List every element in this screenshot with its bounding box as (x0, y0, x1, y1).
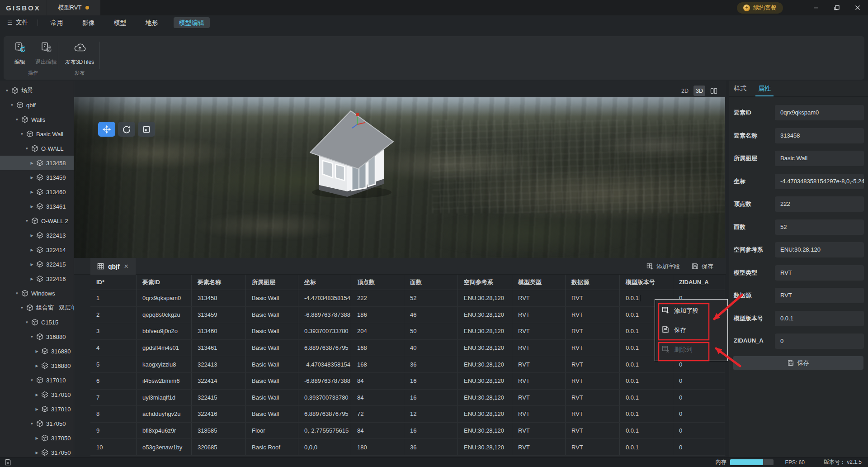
table-cell[interactable]: 8 (90, 406, 137, 422)
table-cell[interactable]: Basic Wall (246, 323, 298, 339)
table-cell[interactable]: Basic Wall (246, 290, 298, 306)
table-cell[interactable]: RVT (566, 390, 620, 406)
table-cell[interactable]: 0.393700733780 (298, 323, 351, 339)
tree-item-O-WALL 2[interactable]: ▼O-WALL 2 (0, 214, 74, 228)
tree-item-322415[interactable]: ▶322415 (0, 257, 74, 272)
table-cell[interactable]: Floor (246, 423, 298, 439)
close-button[interactable] (847, 0, 868, 15)
table-cell[interactable]: 84 (351, 390, 404, 406)
table-cell[interactable]: RVT (566, 423, 620, 439)
field-input-数据源[interactable]: RVT (775, 288, 864, 303)
log-panel-icon[interactable] (5, 459, 11, 466)
table-cell[interactable]: -6.889763787388 (298, 373, 351, 389)
add-field-button[interactable]: 添加字段 (646, 262, 680, 271)
column-header-模型类型[interactable]: 模型类型 (512, 275, 566, 290)
table-cell[interactable]: 36 (404, 439, 458, 455)
document-tab[interactable]: 模型RVT (47, 0, 100, 15)
table-cell[interactable]: bfi8xp4u6z9r (137, 423, 192, 439)
split-view-button[interactable] (708, 86, 720, 96)
table-cell[interactable]: Basic Wall (246, 356, 298, 372)
minimize-button[interactable] (806, 0, 826, 15)
chevron-down-icon[interactable]: ▼ (19, 132, 24, 136)
chevron-down-icon[interactable]: ▼ (9, 103, 14, 107)
save-properties-button[interactable]: 保存 (733, 356, 863, 370)
field-input-空间参考系[interactable]: ENU:30.28,120 (775, 242, 864, 257)
tree-item-317050[interactable]: ▶317050 (0, 445, 74, 457)
column-header-顶点数[interactable]: 顶点数 (351, 275, 404, 290)
table-cell[interactable]: qepq8s0ckgzu (137, 307, 192, 323)
column-header-要素名称[interactable]: 要素名称 (192, 275, 246, 290)
context-menu-item-保存[interactable]: 保存 (655, 320, 727, 340)
menu-item-4[interactable]: 地形 (142, 18, 162, 28)
table-cell[interactable]: 16 (404, 423, 458, 439)
field-input-要素名称[interactable]: 313458 (775, 128, 864, 143)
column-header-面数[interactable]: 面数 (404, 275, 458, 290)
table-cell[interactable]: 6.889763876795 (298, 340, 351, 356)
table-cell[interactable]: 4 (90, 340, 137, 356)
edit-button[interactable]: 编辑 (8, 42, 32, 66)
table-cell[interactable]: RVT (566, 323, 620, 339)
table-cell[interactable]: RVT (512, 340, 566, 356)
table-cell[interactable]: gpdslf4m4s01 (137, 340, 192, 356)
table-cell[interactable]: 322415 (192, 390, 246, 406)
refresh-view-button[interactable] (118, 122, 135, 137)
tree-item-C1515[interactable]: ▼C1515 (0, 315, 74, 329)
table-cell[interactable]: -6.889763787388 (298, 307, 351, 323)
view-2d-button[interactable]: 2D (679, 86, 691, 96)
table-cell[interactable]: ENU:30.28,120 (458, 390, 512, 406)
table-cell[interactable]: -4.470348358154 (298, 356, 351, 372)
table-cell[interactable]: bbfveu9j0n2o (137, 323, 192, 339)
fit-view-button[interactable] (138, 122, 155, 137)
table-cell[interactable]: ENU:30.28,120 (458, 373, 512, 389)
table-cell[interactable]: 0qrx9qkspam0 (137, 290, 192, 306)
table-cell[interactable]: RVT (512, 307, 566, 323)
table-cell[interactable]: 40 (404, 340, 458, 356)
field-input-坐标[interactable]: -4.470348358154297e-8,0,-5.249 (775, 174, 864, 189)
table-cell[interactable]: 168 (351, 356, 404, 372)
chevron-right-icon[interactable]: ▶ (29, 248, 34, 252)
column-header-所属图层[interactable]: 所属图层 (246, 275, 298, 290)
tree-item-317010[interactable]: ▶317010 (0, 387, 74, 402)
chevron-right-icon[interactable]: ▶ (29, 176, 34, 180)
menu-item-file[interactable]: ☰ 文件 (7, 19, 28, 27)
table-cell[interactable]: 320685 (192, 439, 246, 455)
table-cell[interactable]: RVT (512, 373, 566, 389)
column-header-坐标[interactable]: 坐标 (298, 275, 351, 290)
tree-item-316880[interactable]: ▼316880 (0, 329, 74, 344)
table-cell[interactable]: 0 (673, 406, 725, 422)
table-cell[interactable]: RVT (566, 439, 620, 455)
chevron-right-icon[interactable]: ▶ (34, 393, 39, 397)
field-input-模型版本号[interactable]: 0.0.1 (775, 311, 864, 326)
column-header-模型版本号[interactable]: 模型版本号 (620, 275, 673, 290)
chevron-right-icon[interactable]: ▶ (29, 205, 34, 209)
house-model[interactable] (304, 101, 400, 200)
tree-item-313460[interactable]: ▶313460 (0, 185, 74, 199)
table-cell[interactable]: Basic Roof (246, 439, 298, 455)
table-cell[interactable]: RVT (566, 373, 620, 389)
table-cell[interactable]: 5 (90, 356, 137, 372)
table-cell[interactable]: 222 (351, 290, 404, 306)
tree-item-Windows[interactable]: ▼Windows (0, 286, 74, 300)
menu-item-5[interactable]: 模型编辑 (174, 17, 210, 28)
table-cell[interactable]: 12 (404, 406, 458, 422)
chevron-down-icon[interactable]: ▼ (29, 335, 34, 339)
tree-item-317010[interactable]: ▶317010 (0, 402, 74, 416)
table-row[interactable]: 3bbfveu9j0n2o313460Basic Wall0.393700733… (90, 323, 725, 340)
table-cell[interactable]: 0.393700733780 (298, 390, 351, 406)
table-cell[interactable]: 2 (90, 307, 137, 323)
table-cell[interactable]: RVT (566, 290, 620, 306)
table-cell[interactable]: RVT (512, 423, 566, 439)
save-table-button[interactable]: 保存 (692, 262, 713, 271)
field-input-要素ID[interactable]: 0qrx9qkspam0 (775, 105, 864, 120)
table-row[interactable]: 10o53g3enaw1by320685Basic Roof0,0,018036… (90, 439, 725, 456)
table-cell[interactable]: RVT (566, 340, 620, 356)
publish-3dtiles-button[interactable]: 发布3DTiles (61, 42, 99, 66)
chevron-down-icon[interactable]: ▼ (5, 89, 9, 93)
table-cell[interactable]: 7 (90, 390, 137, 406)
renew-plan-button[interactable]: ✦ 续约套餐 (737, 2, 783, 14)
table-cell[interactable]: 204 (351, 323, 404, 339)
table-cell[interactable]: 16 (404, 373, 458, 389)
table-cell[interactable]: 6 (90, 373, 137, 389)
tree-item-313458[interactable]: ▶313458 (0, 156, 74, 170)
table-cell[interactable]: o53g3enaw1by (137, 439, 192, 455)
